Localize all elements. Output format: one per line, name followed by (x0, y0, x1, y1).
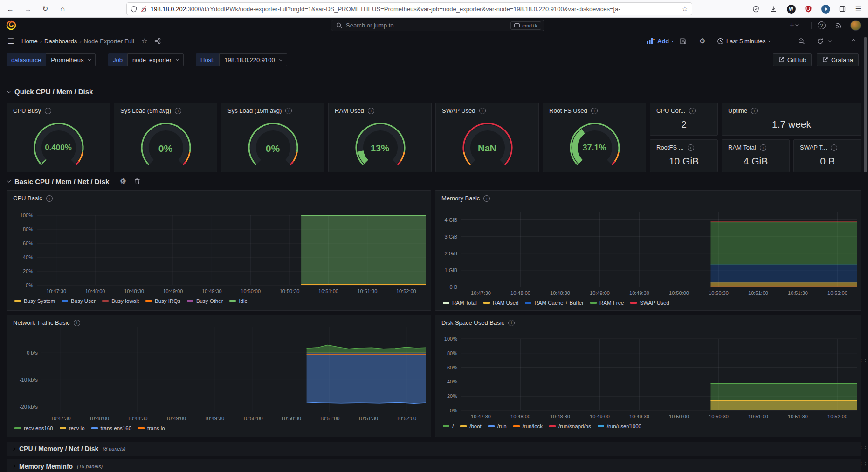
add-panel-button[interactable]: Add (647, 36, 674, 46)
host-select[interactable]: 198.18.0.220:9100 (219, 53, 287, 66)
grafana-logo-icon[interactable] (6, 20, 16, 30)
info-icon[interactable]: i (591, 108, 598, 114)
favorite-star-icon[interactable]: ☆ (141, 37, 147, 45)
job-select[interactable]: node_exporter (127, 53, 184, 66)
stat-panel-cpu-cor-[interactable]: CPU Cor...i2 (650, 103, 718, 136)
zoom-out-button[interactable] (798, 36, 805, 46)
legend-item-busy-other[interactable]: Busy Other (187, 298, 223, 304)
gauge-panel-sys-load-15m-avg-[interactable]: Sys Load (15m avg)i0% (221, 103, 324, 172)
info-icon[interactable]: i (175, 108, 181, 114)
gauge-panel-ram-used[interactable]: RAM Usedi13% (328, 103, 432, 172)
ublock-extension-icon[interactable] (803, 4, 813, 14)
new-menu-button[interactable]: + (790, 21, 798, 30)
chart-panel-memory-basic[interactable]: 4 GiB3 GiB2 GiB1 GiB0 B10:47:3010:48:001… (435, 190, 861, 311)
browser-home-button[interactable]: ⌂ (57, 3, 68, 14)
panel-title[interactable]: SWAP T... (800, 144, 827, 151)
chart-panel-cpu-basic[interactable]: 100%80%60%40%20%0%10:47:3010:48:0010:48:… (7, 190, 431, 311)
gauge-panel-root-fs-used[interactable]: Root FS Usedi37.1% (543, 103, 646, 172)
info-icon[interactable]: i (831, 144, 837, 151)
search-input[interactable]: Search or jump to... cmd+k (331, 20, 544, 31)
legend-item-busy-irqs[interactable]: Busy IRQs (145, 298, 180, 304)
permissions-shield-icon[interactable] (751, 4, 761, 14)
stat-panel-swap-t-[interactable]: SWAP T...i0 B (793, 139, 861, 172)
collapse-toolbar-button[interactable] (852, 36, 855, 46)
row-basic-cpu-mem-net-disk[interactable]: Basic CPU / Mem / Net / Disk ⚙ (7, 177, 140, 185)
time-range-picker[interactable]: Last 5 minutes (717, 36, 771, 46)
gauge-panel-sys-load-5m-avg-[interactable]: Sys Load (5m avg)i0% (114, 103, 217, 172)
stat-panel-uptime[interactable]: Uptimei1.7 week (722, 103, 861, 136)
legend-item-ram-total[interactable]: RAM Total (443, 300, 477, 306)
share-icon[interactable] (154, 38, 161, 44)
help-button[interactable]: ? (818, 21, 826, 29)
save-dashboard-button[interactable] (680, 36, 687, 46)
legend-item--run[interactable]: /run (488, 424, 507, 429)
legend-item--run-lock[interactable]: /run/lock (513, 424, 543, 429)
network-traffic-basic-chart[interactable]: 0 b/s-10 kb/s-20 kb/s10:47:3010:48:0010:… (7, 315, 431, 437)
panel-title[interactable]: CPU Busy (13, 107, 41, 114)
cursor-extension-icon[interactable] (820, 4, 831, 14)
panel-title[interactable]: Root FS Used (549, 107, 587, 114)
info-icon[interactable]: i (368, 108, 374, 114)
legend-item-trans-lo[interactable]: trans lo (138, 425, 165, 431)
legend-item-swap-used[interactable]: SWAP Used (630, 300, 669, 306)
legend-item-idle[interactable]: Idle (229, 298, 248, 304)
panel-title[interactable]: Uptime (728, 107, 747, 114)
mega-menu-icon[interactable]: ☰ (7, 36, 14, 46)
url-text[interactable]: 198.18.0.202:3000/d/rYdddlPWk/node-expor… (151, 6, 679, 13)
info-icon[interactable]: i (760, 144, 766, 151)
panel-title[interactable]: RAM Total (728, 144, 756, 151)
legend-item-ram-used[interactable]: RAM Used (483, 300, 519, 306)
legend-item--run-snapd-ns[interactable]: /run/snapd/ns (549, 424, 591, 429)
panel-drag-handle[interactable]: ⋮⋮ (859, 358, 863, 364)
row-quick-cpu-mem-disk[interactable]: Quick CPU / Mem / Disk (7, 88, 93, 96)
user-avatar[interactable] (850, 20, 861, 31)
legend-item-ram-cache-buffer[interactable]: RAM Cache + Buffer (525, 300, 584, 306)
news-rss-icon[interactable] (835, 21, 843, 29)
legend-item-ram-free[interactable]: RAM Free (590, 300, 624, 306)
collapsed-row-memory-meminfo[interactable]: Memory Meminfo (15 panels) (7, 459, 861, 472)
tracking-protection-icon[interactable] (131, 6, 137, 13)
browser-reload-button[interactable]: ↻ (40, 3, 51, 14)
legend-item--boot[interactable]: /boot (460, 424, 482, 429)
memory-basic-chart[interactable]: 4 GiB3 GiB2 GiB1 GiB0 B10:47:3010:48:001… (435, 191, 861, 310)
panel-title[interactable]: RAM Used (335, 107, 364, 114)
grafana-link-button[interactable]: Grafana (817, 53, 859, 66)
refresh-button[interactable] (817, 36, 831, 46)
datasource-select[interactable]: Prometheus (46, 53, 96, 66)
extension-w-icon[interactable]: W (786, 4, 796, 14)
row-drag-handle[interactable]: ⋮⋮ (859, 461, 863, 467)
bookmark-star-icon[interactable]: ☆ (682, 5, 688, 13)
row-delete-icon[interactable] (134, 178, 140, 185)
info-icon[interactable]: i (285, 108, 292, 114)
legend-item-busy-iowait[interactable]: Busy Iowait (102, 298, 139, 304)
url-bar[interactable]: 198.18.0.202:3000/d/rYdddlPWk/node-expor… (127, 3, 692, 15)
chart-panel-network-traffic-basic[interactable]: 0 b/s-10 kb/s-20 kb/s10:47:3010:48:0010:… (7, 315, 431, 437)
stat-panel-ram-total[interactable]: RAM Totali4 GiB (722, 139, 790, 172)
info-icon[interactable]: i (688, 144, 694, 151)
legend-item-busy-user[interactable]: Busy User (62, 298, 96, 304)
row-settings-icon[interactable]: ⚙ (120, 177, 126, 185)
legend-item--[interactable]: / (443, 424, 454, 429)
legend-item-recv-lo[interactable]: recv lo (60, 425, 85, 431)
panel-title[interactable]: RootFS ... (656, 144, 684, 151)
legend-item-recv-ens160[interactable]: recv ens160 (14, 425, 53, 431)
sidebar-extension-icon[interactable] (837, 4, 847, 14)
downloads-icon[interactable] (768, 4, 778, 14)
legend-item-trans-ens160[interactable]: trans ens160 (91, 425, 132, 431)
stat-panel-rootfs-[interactable]: RootFS ...i10 GiB (650, 139, 718, 172)
gauge-panel-cpu-busy[interactable]: CPU Busyi0.400% (7, 103, 110, 172)
dashboard-settings-button[interactable]: ⚙ (699, 36, 705, 46)
browser-back-button[interactable]: ← (5, 3, 16, 14)
panel-title[interactable]: Sys Load (15m avg) (227, 107, 282, 114)
breadcrumb-dashboards[interactable]: Dashboards (44, 38, 77, 45)
info-icon[interactable]: i (45, 108, 51, 114)
browser-forward-button[interactable]: → (22, 3, 34, 14)
info-icon[interactable]: i (689, 108, 696, 114)
gauge-panel-swap-used[interactable]: SWAP UsediNaN (435, 103, 539, 172)
breadcrumb-home[interactable]: Home (21, 38, 38, 45)
github-link-button[interactable]: GitHub (773, 53, 812, 66)
info-icon[interactable]: i (751, 108, 758, 114)
legend-item--run-user-1000[interactable]: /run/user/1000 (598, 424, 641, 429)
collapsed-row-cpu-memory-net-disk[interactable]: CPU / Memory / Net / Disk (8 panels) (7, 442, 861, 456)
row-drag-handle[interactable]: ⋮⋮ (859, 443, 863, 450)
